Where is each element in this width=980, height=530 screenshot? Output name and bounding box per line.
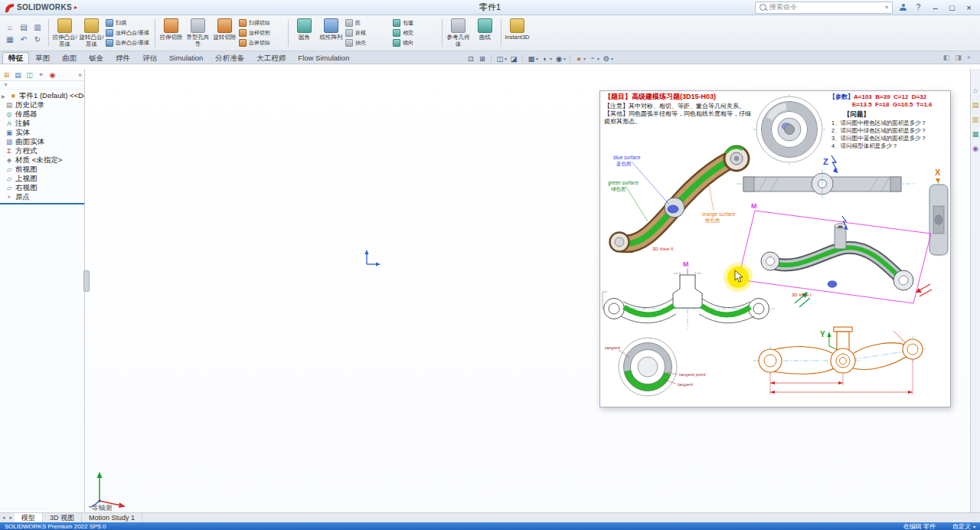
feature-tools-stack-2: 包覆 相交 镜向 — [392, 16, 439, 50]
tab-sheet-metal[interactable]: 钣金 — [83, 52, 109, 64]
hole-wizard-button[interactable]: 异型孔向导 — [185, 16, 211, 50]
tree-filter-caret-icon[interactable]: ▼ — [0, 81, 84, 90]
panel-splitter-handle[interactable] — [83, 270, 90, 292]
resources-icon[interactable]: ⌂ — [973, 87, 977, 94]
tab-nav-right-icon[interactable]: ▸ — [8, 515, 15, 521]
save-icon[interactable]: ▥ — [31, 21, 44, 33]
tree-item-annotations[interactable]: A 注解 — [0, 119, 84, 128]
tab-sketch[interactable]: 草图 — [29, 52, 56, 64]
instant3d-button[interactable]: Instant3D — [504, 16, 531, 50]
section-view-button[interactable]: ◫▾ — [495, 54, 508, 63]
wrap-button[interactable]: 包覆 — [393, 18, 439, 28]
caret-icon: ▾ — [611, 56, 613, 61]
print-icon[interactable]: ▦ — [4, 34, 16, 45]
draft-button[interactable]: 拔模 — [345, 28, 391, 38]
shell-button[interactable]: 抽壳 — [345, 38, 391, 47]
zoom-area-icon: ⊞ — [478, 54, 487, 63]
rollback-bar[interactable] — [0, 203, 84, 204]
appearances-icon[interactable]: ◉ — [972, 146, 978, 152]
swept-cut-button[interactable]: 扫描切除 — [239, 18, 285, 28]
problem-note-1: 【注意】其中对称、相切、等距、重合等几何关系。 — [604, 103, 754, 110]
tree-item-top-plane[interactable]: ▱ 上视图 — [0, 174, 84, 183]
maximize-button[interactable]: □ — [947, 3, 957, 12]
dynamic-annotation-button[interactable]: ◪ — [508, 54, 519, 63]
propertymanager-tab-icon[interactable]: ▤ — [14, 71, 22, 79]
dimxpert-tab-icon[interactable]: ⌖ — [37, 70, 45, 79]
close-button[interactable]: × — [964, 3, 974, 12]
configurationmanager-tab-icon[interactable]: ◫ — [25, 71, 34, 79]
home-icon[interactable]: ⌂ — [4, 21, 16, 33]
reference-image-panel: 【题目】高级建模练习题(3D15-H03) 【注意】其中对称、相切、等距、重合等… — [599, 90, 951, 407]
expander-icon[interactable]: ▶ — [2, 93, 7, 99]
tree-item-equations[interactable]: Σ 方程式 — [0, 146, 84, 155]
app-menu[interactable]: SOLIDWORKS ▸ — [0, 2, 77, 13]
tree-item-right-plane[interactable]: ▱ 右视图 — [0, 183, 84, 192]
display-style-button[interactable]: ◐▾ — [540, 54, 553, 63]
tree-item-root[interactable]: ▶ ■ 零件1 (Default) <<Default>_P — [0, 91, 84, 100]
problem-note-2: 【其他】同色圆弧半径相等，同色粗线长度相等，仔细观察其形态。 — [604, 110, 754, 125]
tree-item-surface-bodies[interactable]: ▨ 曲面实体 — [0, 137, 84, 146]
minimize-button[interactable]: – — [930, 3, 940, 12]
pane-left-icon[interactable]: ◧ — [943, 54, 950, 61]
tab-weldments[interactable]: 焊件 — [109, 52, 136, 64]
rib-button[interactable]: 筋 — [345, 18, 391, 28]
intersect-button[interactable]: 相交 — [393, 28, 439, 38]
file-explorer-icon[interactable]: ▥ — [972, 116, 979, 123]
rebuild-icon[interactable]: ↻ — [31, 34, 44, 45]
reference-geometry-button[interactable]: 参考几何体 — [445, 16, 472, 50]
tab-engineer[interactable]: 大工程师 — [250, 52, 292, 64]
displaymanager-tab-icon[interactable]: ◉ — [48, 71, 57, 79]
tab-evaluate[interactable]: 评估 — [136, 52, 163, 64]
loft-boss-button[interactable]: 放样凸台/基体 — [106, 28, 152, 38]
extruded-cut-button[interactable]: 拉伸切除 — [158, 16, 185, 50]
fillet-button[interactable]: 圆角 — [291, 16, 318, 50]
view-palette-icon[interactable]: ▦ — [972, 131, 979, 138]
hide-show-items-button[interactable]: ◉▾ — [554, 54, 567, 63]
tab-analysis-prep[interactable]: 分析准备 — [209, 52, 250, 64]
tab-nav-left-icon[interactable]: ◂ — [0, 515, 8, 521]
tree-item-material[interactable]: ◈ 材质 <未指定> — [0, 155, 84, 165]
apply-scene-button[interactable]: ◓▾ — [587, 54, 600, 63]
open-icon[interactable]: ▤ — [18, 21, 30, 33]
boundary-boss-button[interactable]: 边界凸台/基体 — [106, 38, 152, 47]
linear-pattern-button[interactable]: 线性阵列 — [318, 16, 345, 50]
revolved-cut-button[interactable]: 旋转切除 — [211, 16, 238, 50]
undo-icon[interactable]: ↶ — [18, 34, 30, 45]
tab-simulation[interactable]: Simulation — [163, 52, 209, 64]
revolve-boss-button[interactable]: 旋转凸台/基体 — [78, 16, 105, 50]
tree-item-front-plane[interactable]: ▱ 前视图 — [0, 165, 84, 174]
command-search-input[interactable]: 搜索命令 ▾ — [755, 2, 893, 14]
tab-3d-views[interactable]: 3D 视图 — [43, 513, 82, 523]
design-library-icon[interactable]: ▤ — [972, 102, 979, 109]
tab-model[interactable]: 模型 — [15, 513, 43, 523]
view-orientation-button[interactable]: ▦▾ — [526, 54, 539, 63]
tab-motion-study[interactable]: Motion Study 1 — [82, 513, 142, 523]
swept-boss-button[interactable]: 扫描 — [106, 18, 152, 28]
boundary-cut-button[interactable]: 边界切除 — [239, 38, 285, 47]
tree-item-origin[interactable]: ⌖ 原点 — [0, 192, 84, 201]
tab-surfaces[interactable]: 曲面 — [56, 52, 83, 64]
loft-cut-button[interactable]: 放样切割 — [239, 28, 285, 38]
pane-right-icon[interactable]: ◨ — [955, 54, 962, 61]
close-pane-icon[interactable]: × — [967, 54, 971, 61]
featuremanager-tab-icon[interactable]: ⊞ — [2, 71, 11, 79]
curves-button[interactable]: 曲线 — [472, 16, 498, 50]
tree-item-sensors[interactable]: ◎ 传感器 — [0, 110, 84, 119]
tree-item-solid-bodies[interactable]: ▣ 实体 — [0, 128, 84, 137]
zoom-area-button[interactable]: ⊞ — [477, 54, 488, 63]
tab-flow-simulation[interactable]: Flow Simulation — [292, 52, 355, 64]
view-settings-button[interactable]: ⚙▾ — [601, 54, 614, 63]
help-button[interactable]: ? — [913, 3, 923, 11]
file-menu-expander-icon[interactable]: ▸ — [74, 4, 77, 11]
mirror-button[interactable]: 镜向 — [393, 38, 439, 47]
zoom-fit-button[interactable]: ⊡ — [466, 54, 476, 63]
edit-appearance-button[interactable]: ●▾ — [573, 54, 586, 63]
tab-features[interactable]: 特征 — [2, 52, 29, 64]
search-scope-caret-icon[interactable]: ▾ — [885, 4, 888, 11]
tangent-label-2: tangent — [678, 382, 693, 387]
login-icon[interactable] — [900, 4, 906, 11]
extrude-boss-button[interactable]: 拉伸凸台/基体 — [51, 16, 78, 50]
status-customize[interactable]: 自定义 ▾ — [952, 522, 975, 530]
panel-expand-chevron-icon[interactable]: » — [78, 71, 82, 79]
tree-item-history[interactable]: ▤ 历史记录 — [0, 100, 84, 110]
